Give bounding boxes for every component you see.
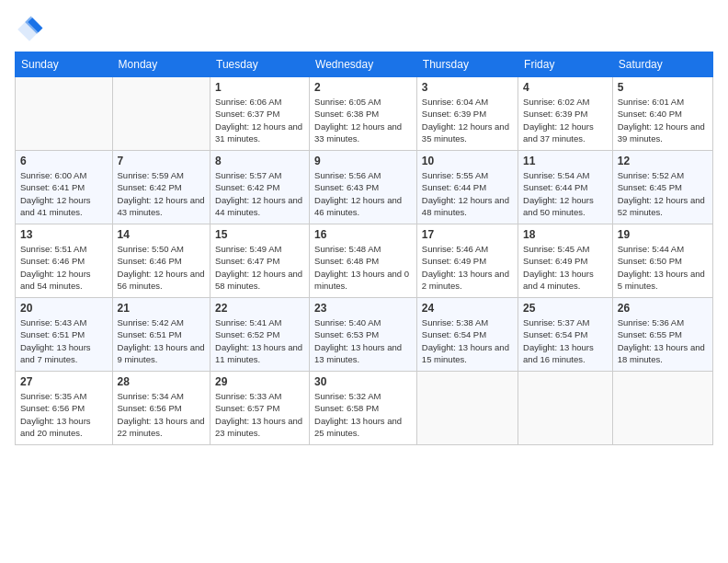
day-info: Sunrise: 5:41 AMSunset: 6:52 PMDaylight:… [215, 316, 304, 365]
weekday-header-sunday: Sunday [16, 52, 113, 77]
logo-icon [15, 15, 44, 44]
day-number: 15 [215, 228, 304, 241]
day-number: 18 [523, 228, 608, 241]
day-number: 14 [118, 228, 206, 241]
day-number: 3 [422, 81, 513, 94]
calendar-cell: 30Sunrise: 5:32 AMSunset: 6:58 PMDayligh… [310, 372, 417, 445]
calendar-cell: 5Sunrise: 6:01 AMSunset: 6:40 PMDaylight… [612, 77, 712, 151]
day-info: Sunrise: 5:43 AMSunset: 6:51 PMDaylight:… [20, 316, 108, 365]
day-number: 10 [422, 155, 513, 167]
calendar-cell: 25Sunrise: 5:37 AMSunset: 6:54 PMDayligh… [518, 298, 613, 372]
calendar-cell: 4Sunrise: 6:02 AMSunset: 6:39 PMDaylight… [518, 77, 613, 151]
calendar-cell: 3Sunrise: 6:04 AMSunset: 6:39 PMDaylight… [416, 77, 518, 151]
calendar-cell: 27Sunrise: 5:35 AMSunset: 6:56 PMDayligh… [16, 372, 113, 445]
day-number: 5 [618, 81, 708, 94]
day-info: Sunrise: 6:02 AMSunset: 6:39 PMDaylight:… [523, 96, 608, 144]
weekday-header-tuesday: Tuesday [210, 52, 310, 77]
calendar-cell: 18Sunrise: 5:45 AMSunset: 6:49 PMDayligh… [518, 224, 613, 298]
day-number: 23 [314, 302, 412, 315]
day-info: Sunrise: 6:06 AMSunset: 6:37 PMDaylight:… [215, 96, 304, 144]
calendar-cell: 20Sunrise: 5:43 AMSunset: 6:51 PMDayligh… [16, 298, 113, 372]
day-number: 6 [20, 155, 108, 167]
day-info: Sunrise: 5:55 AMSunset: 6:44 PMDaylight:… [422, 169, 513, 218]
day-info: Sunrise: 5:37 AMSunset: 6:54 PMDaylight:… [523, 316, 608, 365]
day-info: Sunrise: 6:01 AMSunset: 6:40 PMDaylight:… [618, 96, 708, 144]
day-number: 20 [20, 302, 108, 315]
calendar-cell: 14Sunrise: 5:50 AMSunset: 6:46 PMDayligh… [112, 224, 210, 298]
day-number: 2 [314, 81, 412, 94]
weekday-header-row: SundayMondayTuesdayWednesdayThursdayFrid… [16, 52, 713, 77]
calendar-cell: 2Sunrise: 6:05 AMSunset: 6:38 PMDaylight… [310, 77, 417, 151]
logo [15, 15, 48, 44]
day-number: 8 [215, 155, 304, 167]
day-info: Sunrise: 5:42 AMSunset: 6:51 PMDaylight:… [118, 316, 206, 365]
day-info: Sunrise: 5:34 AMSunset: 6:56 PMDaylight:… [118, 390, 206, 439]
day-info: Sunrise: 5:51 AMSunset: 6:46 PMDaylight:… [20, 243, 108, 292]
calendar-cell: 24Sunrise: 5:38 AMSunset: 6:54 PMDayligh… [416, 298, 518, 372]
day-info: Sunrise: 6:00 AMSunset: 6:41 PMDaylight:… [20, 169, 108, 218]
calendar-week-row: 27Sunrise: 5:35 AMSunset: 6:56 PMDayligh… [16, 372, 713, 445]
day-info: Sunrise: 6:04 AMSunset: 6:39 PMDaylight:… [422, 96, 513, 144]
calendar-cell: 10Sunrise: 5:55 AMSunset: 6:44 PMDayligh… [416, 151, 518, 224]
weekday-header-monday: Monday [112, 52, 210, 77]
calendar-cell [112, 77, 210, 151]
calendar-week-row: 6Sunrise: 6:00 AMSunset: 6:41 PMDaylight… [16, 151, 713, 224]
day-number: 21 [118, 302, 206, 315]
calendar-cell: 12Sunrise: 5:52 AMSunset: 6:45 PMDayligh… [612, 151, 712, 224]
day-number: 30 [314, 375, 412, 388]
day-number: 4 [523, 81, 608, 94]
day-info: Sunrise: 5:36 AMSunset: 6:55 PMDaylight:… [618, 316, 708, 365]
day-number: 24 [422, 302, 513, 315]
calendar-cell: 16Sunrise: 5:48 AMSunset: 6:48 PMDayligh… [310, 224, 417, 298]
day-number: 19 [618, 228, 708, 241]
day-info: Sunrise: 5:56 AMSunset: 6:43 PMDaylight:… [314, 169, 412, 218]
day-number: 27 [20, 375, 108, 388]
weekday-header-saturday: Saturday [612, 52, 712, 77]
day-info: Sunrise: 6:05 AMSunset: 6:38 PMDaylight:… [314, 96, 412, 144]
page-header [15, 15, 713, 44]
day-info: Sunrise: 5:48 AMSunset: 6:48 PMDaylight:… [314, 243, 412, 292]
day-number: 1 [215, 81, 304, 94]
day-number: 22 [215, 302, 304, 315]
calendar-week-row: 13Sunrise: 5:51 AMSunset: 6:46 PMDayligh… [16, 224, 713, 298]
calendar-cell: 23Sunrise: 5:40 AMSunset: 6:53 PMDayligh… [310, 298, 417, 372]
day-info: Sunrise: 5:44 AMSunset: 6:50 PMDaylight:… [618, 243, 708, 292]
day-info: Sunrise: 5:40 AMSunset: 6:53 PMDaylight:… [314, 316, 412, 365]
calendar-cell: 22Sunrise: 5:41 AMSunset: 6:52 PMDayligh… [210, 298, 310, 372]
weekday-header-wednesday: Wednesday [310, 52, 417, 77]
day-number: 12 [618, 155, 708, 167]
day-info: Sunrise: 5:49 AMSunset: 6:47 PMDaylight:… [215, 243, 304, 292]
day-info: Sunrise: 5:38 AMSunset: 6:54 PMDaylight:… [422, 316, 513, 365]
day-number: 7 [118, 155, 206, 167]
day-number: 9 [314, 155, 412, 167]
day-info: Sunrise: 5:57 AMSunset: 6:42 PMDaylight:… [215, 169, 304, 218]
day-info: Sunrise: 5:59 AMSunset: 6:42 PMDaylight:… [118, 169, 206, 218]
calendar-cell [16, 77, 113, 151]
day-number: 28 [118, 375, 206, 388]
calendar-week-row: 1Sunrise: 6:06 AMSunset: 6:37 PMDaylight… [16, 77, 713, 151]
calendar-table: SundayMondayTuesdayWednesdayThursdayFrid… [15, 52, 713, 445]
day-info: Sunrise: 5:45 AMSunset: 6:49 PMDaylight:… [523, 243, 608, 292]
calendar-cell: 7Sunrise: 5:59 AMSunset: 6:42 PMDaylight… [112, 151, 210, 224]
day-number: 25 [523, 302, 608, 315]
day-number: 26 [618, 302, 708, 315]
calendar-cell: 9Sunrise: 5:56 AMSunset: 6:43 PMDaylight… [310, 151, 417, 224]
calendar-cell: 28Sunrise: 5:34 AMSunset: 6:56 PMDayligh… [112, 372, 210, 445]
calendar-cell: 6Sunrise: 6:00 AMSunset: 6:41 PMDaylight… [16, 151, 113, 224]
weekday-header-friday: Friday [518, 52, 613, 77]
day-info: Sunrise: 5:46 AMSunset: 6:49 PMDaylight:… [422, 243, 513, 292]
calendar-cell: 11Sunrise: 5:54 AMSunset: 6:44 PMDayligh… [518, 151, 613, 224]
day-number: 29 [215, 375, 304, 388]
calendar-cell: 21Sunrise: 5:42 AMSunset: 6:51 PMDayligh… [112, 298, 210, 372]
calendar-cell: 1Sunrise: 6:06 AMSunset: 6:37 PMDaylight… [210, 77, 310, 151]
calendar-week-row: 20Sunrise: 5:43 AMSunset: 6:51 PMDayligh… [16, 298, 713, 372]
calendar-cell: 19Sunrise: 5:44 AMSunset: 6:50 PMDayligh… [612, 224, 712, 298]
day-info: Sunrise: 5:54 AMSunset: 6:44 PMDaylight:… [523, 169, 608, 218]
calendar-cell: 8Sunrise: 5:57 AMSunset: 6:42 PMDaylight… [210, 151, 310, 224]
day-number: 11 [523, 155, 608, 167]
day-number: 17 [422, 228, 513, 241]
weekday-header-thursday: Thursday [416, 52, 518, 77]
day-info: Sunrise: 5:35 AMSunset: 6:56 PMDaylight:… [20, 390, 108, 439]
calendar-cell: 26Sunrise: 5:36 AMSunset: 6:55 PMDayligh… [612, 298, 712, 372]
day-info: Sunrise: 5:52 AMSunset: 6:45 PMDaylight:… [618, 169, 708, 218]
